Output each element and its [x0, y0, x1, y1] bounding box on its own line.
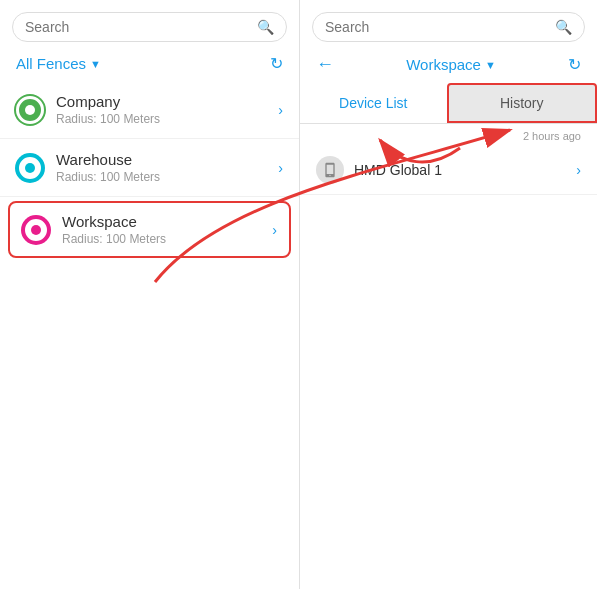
fence-chevron-company-icon: › [278, 102, 283, 118]
fence-list: Company Radius: 100 Meters › Warehouse R… [0, 81, 299, 589]
fence-info-warehouse: Warehouse Radius: 100 Meters [56, 151, 278, 184]
fence-name-company: Company [56, 93, 278, 110]
device-item-hmd[interactable]: HMD Global 1 › [300, 146, 597, 195]
dot-inner-warehouse [25, 163, 35, 173]
left-panel: 🔍 All Fences ▼ ↻ Company Radius: 100 Met… [0, 0, 300, 589]
fence-info-workspace: Workspace Radius: 100 Meters [62, 213, 272, 246]
device-chevron-hmd-icon: › [576, 162, 581, 178]
right-search-bar[interactable]: 🔍 [312, 12, 585, 42]
fence-radius-workspace: Radius: 100 Meters [62, 232, 272, 246]
fence-radius-warehouse: Radius: 100 Meters [56, 170, 278, 184]
fence-chevron-warehouse-icon: › [278, 160, 283, 176]
left-search-input[interactable] [25, 19, 253, 35]
fence-item-company[interactable]: Company Radius: 100 Meters › [0, 81, 299, 139]
right-search-input[interactable] [325, 19, 551, 35]
tabs-row: Device List History [300, 83, 597, 124]
all-fences-label[interactable]: All Fences ▼ [16, 55, 101, 72]
fence-item-workspace[interactable]: Workspace Radius: 100 Meters › [8, 201, 291, 258]
dot-inner-workspace [31, 225, 41, 235]
tab-device-list[interactable]: Device List [300, 85, 447, 121]
all-fences-chevron-icon: ▼ [90, 58, 101, 70]
time-label: 2 hours ago [300, 124, 597, 146]
workspace-header: ← Workspace ▼ ↻ [300, 50, 597, 83]
device-icon-hmd [316, 156, 344, 184]
left-search-icon: 🔍 [257, 19, 274, 35]
fence-radius-company: Radius: 100 Meters [56, 112, 278, 126]
right-refresh-icon[interactable]: ↻ [568, 55, 581, 74]
back-arrow-icon[interactable]: ← [316, 54, 334, 75]
left-refresh-icon[interactable]: ↻ [270, 54, 283, 73]
fence-name-workspace: Workspace [62, 213, 272, 230]
fence-chevron-workspace-icon: › [272, 222, 277, 238]
fence-dot-company [16, 96, 44, 124]
workspace-title-text: Workspace [406, 56, 481, 73]
device-name-hmd: HMD Global 1 [354, 162, 576, 178]
fence-info-company: Company Radius: 100 Meters [56, 93, 278, 126]
all-fences-row: All Fences ▼ ↻ [0, 50, 299, 81]
right-panel: 🔍 ← Workspace ▼ ↻ Device List History 2 … [300, 0, 597, 589]
tab-history[interactable]: History [447, 83, 598, 123]
fence-item-warehouse[interactable]: Warehouse Radius: 100 Meters › [0, 139, 299, 197]
fence-dot-workspace [22, 216, 50, 244]
left-search-bar[interactable]: 🔍 [12, 12, 287, 42]
tab-history-label: History [500, 95, 544, 111]
workspace-title[interactable]: Workspace ▼ [334, 56, 568, 73]
all-fences-text: All Fences [16, 55, 86, 72]
tab-device-list-label: Device List [339, 95, 407, 111]
dot-inner-company [25, 105, 35, 115]
phone-icon [322, 162, 338, 178]
device-list-content: 2 hours ago HMD Global 1 › [300, 124, 597, 589]
right-search-icon: 🔍 [555, 19, 572, 35]
fence-name-warehouse: Warehouse [56, 151, 278, 168]
workspace-chevron-icon: ▼ [485, 59, 496, 71]
fence-dot-warehouse [16, 154, 44, 182]
